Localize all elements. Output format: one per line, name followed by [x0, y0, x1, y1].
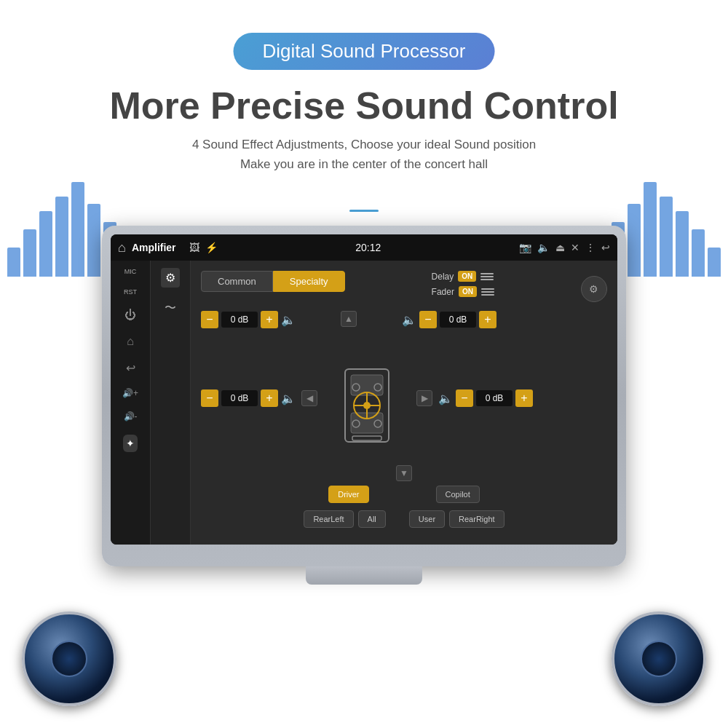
sidebar-cross[interactable]: ✦	[123, 435, 138, 452]
left-arrow[interactable]: ◀	[301, 390, 317, 406]
speaker-right-inner	[641, 641, 677, 677]
bottom-left-db-control: − 0 dB + 🔈	[201, 389, 296, 407]
badge-text: Digital Sound Processor	[263, 40, 466, 62]
car-diagram-row: ◀	[301, 333, 432, 464]
center-diagram: ▲	[301, 311, 396, 328]
delay-on-badge: ON	[458, 271, 476, 282]
sidebar-vol-down[interactable]: 🔊-	[124, 411, 138, 422]
image-icon: 🖼	[189, 242, 199, 253]
sidebar-power[interactable]: ⏻	[124, 309, 136, 322]
rear-right-btn[interactable]: RearRight	[449, 510, 505, 528]
menu-icon: ⋮	[585, 242, 596, 253]
close-icon: ✕	[571, 242, 579, 253]
svg-rect-11	[352, 436, 381, 440]
wave-bars-right	[612, 182, 728, 277]
top-left-db-control: − 0 dB + 🔈	[201, 311, 296, 328]
bottom-right-db-control: 🔈 − 0 dB +	[438, 389, 533, 407]
bottom-left-db-value: 0 dB	[221, 390, 258, 406]
top-bar-center: 20:12	[225, 242, 512, 253]
car-svg-area	[323, 333, 411, 464]
delay-lines	[480, 273, 494, 280]
blue-accent	[349, 210, 379, 212]
top-right-plus-btn[interactable]: +	[479, 311, 496, 328]
top-left-plus-btn[interactable]: +	[261, 311, 278, 328]
left-sidebar: MIC RST ⏻ ⌂ ↩ 🔊+ 🔊- ✦	[111, 261, 151, 545]
device-bezel: ⌂ Amplifier 🖼 ⚡ 20:12 📷 🔈 ⏏ ✕ ⋮ ↩	[102, 226, 626, 566]
app-name-label: Amplifier	[132, 242, 176, 253]
sidebar-vol-up[interactable]: 🔊+	[122, 388, 138, 398]
sub-heading: 4 Sound Effect Adjustments, Choose your …	[0, 135, 728, 174]
home-icon[interactable]: ⌂	[118, 240, 126, 256]
sidebar-back[interactable]: ↩	[126, 361, 135, 375]
camera-icon: 📷	[519, 242, 531, 253]
device-mount	[306, 566, 422, 585]
eject-icon: ⏏	[555, 242, 565, 253]
bottom-right-speaker-icon: 🔈	[438, 392, 453, 405]
top-right-db-control: 🔈 − 0 dB +	[402, 311, 496, 328]
dsp-badge: Digital Sound Processor	[234, 33, 495, 70]
delay-row: Delay ON	[432, 271, 494, 282]
up-arrow[interactable]: ▲	[341, 311, 357, 327]
main-content: MIC RST ⏻ ⌂ ↩ 🔊+ 🔊- ✦ ⚙ 〜	[111, 261, 617, 545]
time-display: 20:12	[355, 242, 381, 253]
usb-icon: ⚡	[205, 242, 218, 253]
bottom-right-db-value: 0 dB	[476, 390, 513, 406]
sidebar-mic: MIC	[124, 268, 137, 275]
driver-btn[interactable]: Driver	[328, 486, 368, 503]
down-arrow[interactable]: ▼	[396, 465, 412, 481]
fader-on-badge: ON	[459, 286, 477, 297]
tab-row: Common Specialty	[201, 271, 345, 292]
sub-line1: 4 Sound Effect Adjustments, Choose your …	[192, 138, 536, 151]
copilot-btn[interactable]: Copilot	[436, 486, 480, 503]
top-bar-right: 📷 🔈 ⏏ ✕ ⋮ ↩	[519, 242, 610, 253]
sidebar-rst: RST	[124, 288, 137, 296]
fader-row: Fader ON	[432, 286, 494, 297]
bottom-right-plus-btn[interactable]: +	[515, 389, 533, 407]
top-left-db-value: 0 dB	[221, 312, 258, 328]
dsp-content: Common Specialty Delay ON	[191, 261, 617, 545]
top-bar-left: ⌂ Amplifier 🖼 ⚡	[118, 240, 218, 256]
screen: ⌂ Amplifier 🖼 ⚡ 20:12 📷 🔈 ⏏ ✕ ⋮ ↩	[111, 234, 617, 545]
svg-point-6	[363, 402, 371, 409]
speaker-right-circle	[612, 612, 706, 706]
heading-text: More Precise Sound Control	[109, 84, 618, 127]
device-container: ⌂ Amplifier 🖼 ⚡ 20:12 📷 🔈 ⏏ ✕ ⋮ ↩	[102, 226, 626, 566]
top-right-speaker-icon: 🔈	[402, 313, 416, 327]
car-settings-btn[interactable]: ⚙	[581, 276, 607, 302]
all-btn[interactable]: All	[358, 510, 386, 528]
user-btn[interactable]: User	[409, 510, 445, 528]
down-arrow-row: ▼	[201, 465, 607, 481]
rear-left-btn[interactable]: RearLeft	[304, 510, 353, 528]
left-panel: ⚙ 〜	[151, 261, 191, 545]
speaker-layout: − 0 dB + 🔈 ▲	[201, 311, 607, 528]
bottom-left-speaker-icon: 🔈	[281, 392, 296, 405]
volume-icon: 🔈	[537, 242, 550, 253]
top-right-minus-btn[interactable]: −	[419, 311, 437, 328]
top-left-minus-btn[interactable]: −	[201, 311, 218, 328]
top-left-speaker-icon: 🔈	[281, 313, 296, 327]
bottom-right-minus-btn[interactable]: −	[456, 389, 473, 407]
speaker-right	[612, 612, 706, 706]
common-tab[interactable]: Common	[201, 271, 273, 292]
position-buttons-row2: RearLeft All User RearRight	[201, 510, 607, 528]
panel-sliders-icon[interactable]: ⚙	[161, 268, 180, 288]
fader-lines	[481, 288, 494, 296]
speaker-left-circle	[22, 612, 116, 706]
position-buttons-row: Driver Copilot	[201, 486, 607, 503]
top-speaker-row: − 0 dB + 🔈 ▲	[201, 311, 607, 328]
delay-label: Delay	[432, 272, 454, 282]
right-arrow[interactable]: ▶	[416, 390, 432, 406]
delay-fader-panel: Delay ON Fader ON	[432, 271, 494, 297]
sub-line2: Make you are in the center of the concer…	[240, 157, 488, 171]
top-bar: ⌂ Amplifier 🖼 ⚡ 20:12 📷 🔈 ⏏ ✕ ⋮ ↩	[111, 234, 617, 261]
panel-wave-icon[interactable]: 〜	[165, 301, 176, 316]
back-icon[interactable]: ↩	[601, 242, 610, 253]
bottom-left-plus-btn[interactable]: +	[261, 389, 278, 407]
fader-label: Fader	[432, 287, 454, 297]
main-heading: More Precise Sound Control	[0, 84, 728, 127]
bottom-left-minus-btn[interactable]: −	[201, 389, 218, 407]
specialty-tab[interactable]: Specialty	[273, 271, 345, 292]
sidebar-home[interactable]: ⌂	[127, 335, 134, 348]
middle-row: − 0 dB + 🔈 ◀	[201, 333, 607, 464]
speaker-left-inner	[51, 641, 87, 677]
